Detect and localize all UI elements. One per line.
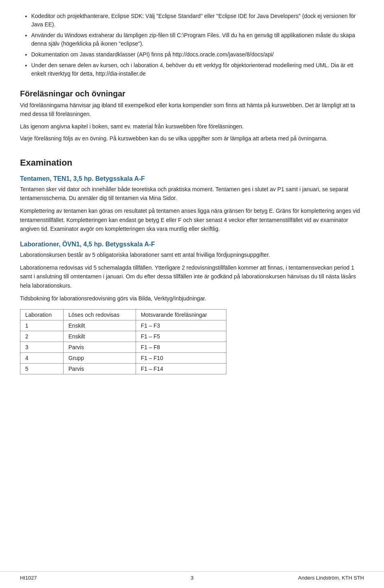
table-row: 3ParvisF1 – F8 [20,342,226,353]
forelasningar-section: Föreläsningar och övningar Vid föreläsni… [20,89,364,143]
forelasningar-heading: Föreläsningar och övningar [20,89,364,98]
table-cell: Grupp [64,353,136,364]
laborationer-body-0: Laborationskursen består av 5 obligatori… [20,250,364,259]
table-cell: Parvis [64,364,136,374]
table-cell: 2 [20,331,64,342]
laboration-table-container: Laboration Löses och redovisas Motsvaran… [20,309,364,374]
page-footer: HI1027 3 Anders Lindström, KTH STH [0,571,384,581]
examination-section: Examination Tentamen, TEN1, 3,5 hp. Bety… [20,158,364,375]
table-cell: F1 – F5 [136,331,226,342]
forelasningar-body-1: Läs igenom angivna kapitel i boken, samt… [20,122,364,131]
table-cell: 4 [20,353,64,364]
laborationer-subheading: Laborationer, ÖVN1, 4,5 hp. Betygsskala … [20,241,364,248]
table-cell: F1 – F3 [136,320,226,331]
page-content: Kodeditor och projekthanterare, Eclipse … [0,0,384,406]
table-cell: F1 – F8 [136,342,226,353]
table-cell: Parvis [64,342,136,353]
table-cell: F1 – F14 [136,364,226,374]
examination-heading: Examination [20,158,364,168]
table-cell: Enskilt [64,331,136,342]
footer-right: Anders Lindström, KTH STH [249,575,364,581]
laborationer-body-2: Tidsbokning för laborationsredovisning g… [20,294,364,303]
list-item: Under den senare delen av kursen, och i … [31,61,364,78]
laborationer-body-1: Laborationerna redovisas vid 5 schemalag… [20,263,364,290]
table-cell: 5 [20,364,64,374]
table-cell: F1 – F10 [136,353,226,364]
list-item: Kodeditor och projekthanterare, Eclipse … [31,12,364,29]
laboration-table: Laboration Löses och redovisas Motsvaran… [20,309,226,374]
table-row: 2EnskiltF1 – F5 [20,331,226,342]
tentamen-subheading: Tentamen, TEN1, 3,5 hp. Betygsskala A-F [20,175,364,182]
table-header-row: Laboration Löses och redovisas Motsvaran… [20,310,226,320]
col-header-motsvarande: Motsvarande föreläsningar [136,310,226,320]
footer-center: 3 [135,575,250,581]
table-cell: Enskilt [64,320,136,331]
table-row: 1EnskiltF1 – F3 [20,320,226,331]
footer-left: HI1027 [20,575,135,581]
bullet-list: Kodeditor och projekthanterare, Eclipse … [20,12,364,78]
list-item: Dokumentation om Javas standardklasser (… [31,50,364,59]
tentamen-body-0: Tentamen sker vid dator och innehåller b… [20,185,364,203]
col-header-laboration: Laboration [20,310,64,320]
forelasningar-body-2: Varje föreläsning följs av en övning. På… [20,134,364,143]
table-row: 4GruppF1 – F10 [20,353,226,364]
table-row: 5ParvisF1 – F14 [20,364,226,374]
list-item: Använder du Windows extraherar du lämpli… [31,31,364,48]
table-cell: 3 [20,342,64,353]
col-header-loses: Löses och redovisas [64,310,136,320]
forelasningar-body-0: Vid föreläsningarna hänvisar jag ibland … [20,101,364,119]
tentamen-body-1: Komplettering av tentamen kan göras om r… [20,206,364,233]
bullet-section: Kodeditor och projekthanterare, Eclipse … [20,12,364,78]
table-cell: 1 [20,320,64,331]
